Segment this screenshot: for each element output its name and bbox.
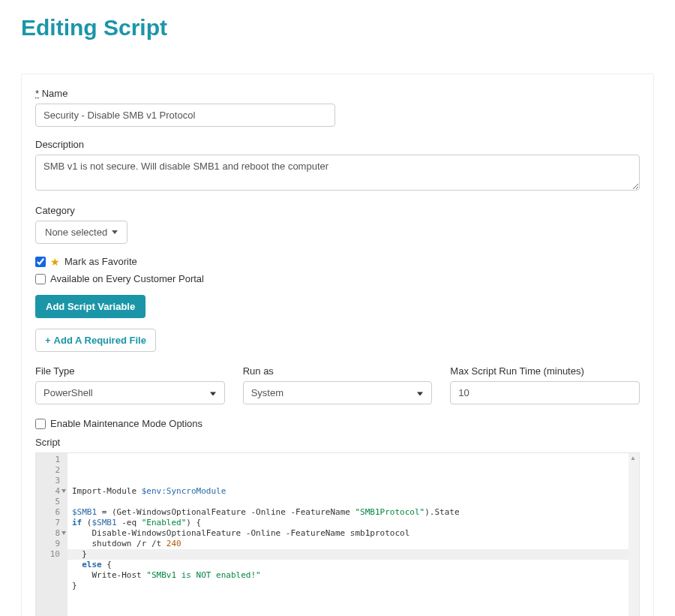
add-script-variable-button[interactable]: Add Script Variable: [35, 295, 146, 318]
portal-label[interactable]: Available on Every Customer Portal: [50, 273, 204, 284]
star-icon: ★: [50, 257, 60, 267]
category-dropdown[interactable]: None selected: [35, 221, 128, 244]
maintenance-checkbox[interactable]: [35, 419, 46, 429]
runas-select[interactable]: System: [243, 381, 433, 404]
maxtime-input[interactable]: [450, 381, 640, 404]
maxtime-label: Max Script Run Time (minutes): [450, 365, 640, 377]
plus-icon: +: [45, 335, 51, 346]
editor-gutter: 12345678910: [36, 453, 68, 616]
runas-label: Run as: [243, 365, 433, 377]
script-label: Script: [35, 437, 640, 448]
page-title: Editing Script: [21, 15, 654, 41]
name-input[interactable]: [35, 104, 335, 127]
editor-code-area[interactable]: Import-Module $env:SyncroModule $SMB1 = …: [68, 453, 628, 616]
filetype-label: File Type: [35, 365, 225, 377]
caret-down-icon: [112, 230, 118, 234]
category-label: Category: [35, 205, 640, 216]
editor-scrollbar[interactable]: [628, 453, 639, 616]
description-label: Description: [35, 139, 640, 150]
favorite-label[interactable]: Mark as Favorite: [64, 256, 137, 267]
form-panel: * Name Description SMB v1 is not secure.…: [21, 74, 654, 616]
maintenance-label[interactable]: Enable Maintenance Mode Options: [50, 418, 202, 429]
script-editor[interactable]: 12345678910 Import-Module $env:SyncroMod…: [35, 452, 640, 616]
add-required-file-button[interactable]: + Add A Required File: [35, 329, 156, 352]
name-label: * Name: [35, 88, 640, 99]
description-textarea[interactable]: SMB v1 is not secure. Will disable SMB1 …: [35, 155, 640, 191]
favorite-checkbox[interactable]: [35, 257, 46, 267]
filetype-select[interactable]: PowerShell: [35, 381, 225, 404]
portal-checkbox[interactable]: [35, 274, 46, 284]
